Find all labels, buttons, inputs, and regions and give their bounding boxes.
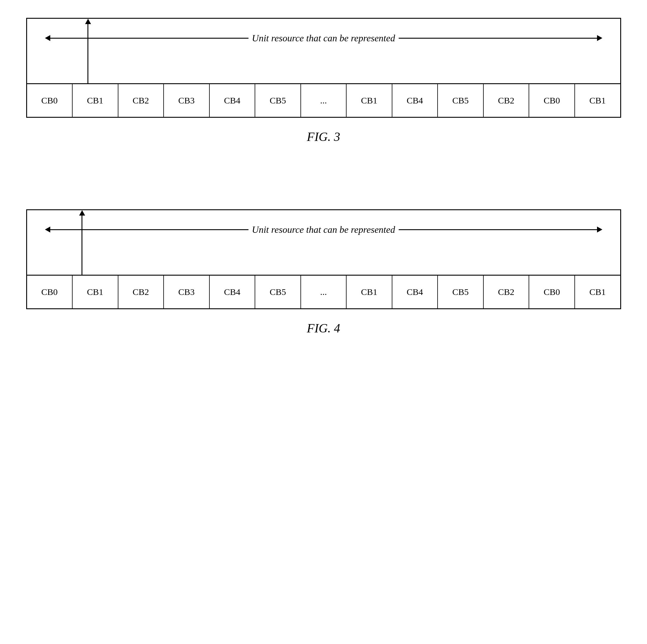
figure-3-horizontal-arrow: Unit resource that can be represented — [45, 35, 602, 41]
cell-4-6: ... — [301, 275, 347, 308]
cell-4-7: CB1 — [347, 275, 392, 308]
cell-4-9: CB5 — [438, 275, 484, 308]
cell-12: CB1 — [575, 84, 620, 117]
cell-4-12: CB1 — [575, 275, 620, 308]
cell-4-0: CB0 — [27, 275, 73, 308]
cell-5: CB5 — [255, 84, 301, 117]
cell-1: CB1 — [73, 84, 119, 117]
cell-4-11: CB0 — [529, 275, 575, 308]
figure-3-upper: Unit resource that can be represented — [27, 19, 620, 84]
arrow-up-head-icon — [85, 19, 91, 24]
cell-4-3: CB3 — [164, 275, 210, 308]
cell-4: CB4 — [210, 84, 256, 117]
cell-9: CB5 — [438, 84, 484, 117]
figure-3-label: FIG. 3 — [26, 130, 621, 144]
figure-4-label: FIG. 4 — [26, 321, 621, 335]
cell-4-4: CB4 — [210, 275, 256, 308]
arrow-right-head-icon-4 — [597, 227, 602, 233]
figure-3-diagram: Unit resource that can be represented CB… — [26, 18, 621, 118]
figure-4-cells-row: CB0 CB1 CB2 CB3 CB4 CB5 ... CB1 CB4 CB5 … — [27, 275, 620, 308]
arrow-h-line-4: Unit resource that can be represented — [50, 229, 597, 230]
arrow-h-line: Unit resource that can be represented — [50, 38, 597, 38]
arrow-right-head-icon — [597, 35, 602, 41]
arrow-up-head-icon-4 — [79, 210, 85, 216]
figure-3-vertical-arrow — [85, 19, 91, 83]
cell-4-1: CB1 — [73, 275, 119, 308]
vertical-line-4 — [81, 216, 82, 275]
figure-4-diagram: Unit resource that can be represented CB… — [26, 209, 621, 309]
figure-3-container: Unit resource that can be represented CB… — [26, 18, 621, 156]
vertical-line — [87, 24, 88, 83]
cell-4-5: CB5 — [255, 275, 301, 308]
figure-4-upper: Unit resource that can be represented — [27, 210, 620, 275]
cell-3: CB3 — [164, 84, 210, 117]
cell-4-2: CB2 — [119, 275, 164, 308]
figure-4-vertical-arrow — [79, 210, 85, 275]
figure-3-cells-row: CB0 CB1 CB2 CB3 CB4 CB5 ... CB1 CB4 CB5 … — [27, 84, 620, 117]
cell-2: CB2 — [119, 84, 164, 117]
cell-6: ... — [301, 84, 347, 117]
arrow-left-head-icon — [45, 35, 50, 41]
cell-7: CB1 — [347, 84, 392, 117]
figure-4-container: Unit resource that can be represented CB… — [26, 209, 621, 347]
figure-3-arrow-label: Unit resource that can be represented — [248, 33, 399, 44]
figure-4-horizontal-arrow: Unit resource that can be represented — [45, 227, 602, 233]
arrow-left-head-icon-4 — [45, 227, 50, 233]
cell-11: CB0 — [529, 84, 575, 117]
cell-10: CB2 — [484, 84, 529, 117]
cell-8: CB4 — [392, 84, 438, 117]
cell-4-10: CB2 — [484, 275, 529, 308]
cell-0: CB0 — [27, 84, 73, 117]
cell-4-8: CB4 — [392, 275, 438, 308]
figure-4-arrow-label: Unit resource that can be represented — [248, 224, 399, 235]
